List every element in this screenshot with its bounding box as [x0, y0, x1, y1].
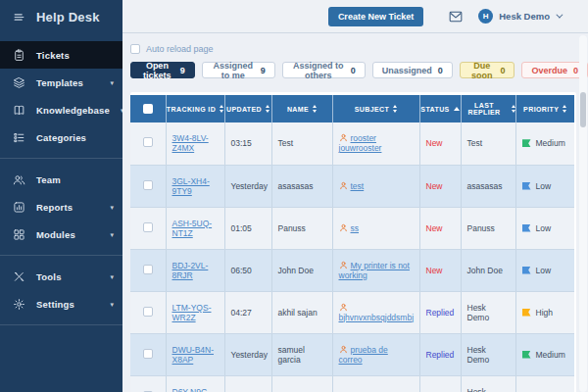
- sidebar-item-label: Templates: [36, 77, 83, 88]
- sidebar-item-categories[interactable]: Categories: [0, 123, 122, 151]
- column-header-status[interactable]: STATUS: [419, 95, 461, 122]
- tracking-id-link[interactable]: BDJ-2VL-8RJR: [172, 261, 209, 280]
- filter-count: 9: [180, 66, 185, 75]
- knowledgebase-icon: [13, 104, 25, 117]
- sidebar-divider: [0, 158, 122, 159]
- sidebar-item-label: Knowledgebase: [36, 105, 110, 116]
- sidebar-item-label: Tickets: [36, 50, 70, 61]
- column-label: TRACKING ID: [167, 106, 216, 113]
- row-checkbox[interactable]: [143, 137, 153, 147]
- updated-cell: Yesterday: [224, 375, 271, 392]
- tracking-id-link[interactable]: LTM-YQS-WR2Z: [172, 303, 212, 322]
- chevron-down-icon: ▾: [110, 301, 114, 308]
- filter-assigned-to-others[interactable]: Assigned to others0: [282, 62, 366, 78]
- chevron-down-icon: ▾: [110, 231, 114, 238]
- table-row: 3GL-XH4-9TY9YesterdayasasasastestNewasas…: [130, 165, 574, 207]
- sidebar-item-settings[interactable]: Settings▾: [0, 290, 122, 318]
- tickets-table-card: TRACKING IDUPDATEDNAMESUBJECTSTATUSLAST …: [130, 92, 576, 392]
- filter-assigned-to-me[interactable]: Assigned to me9: [202, 62, 275, 78]
- row-checkbox[interactable]: [143, 307, 153, 317]
- scrollbar-thumb[interactable]: [580, 92, 586, 127]
- status-badge: Replied: [426, 350, 455, 360]
- sidebar-item-modules[interactable]: Modules▾: [0, 220, 122, 248]
- person-icon: [339, 345, 348, 354]
- tracking-id-link[interactable]: D6Y-N9G-S5L1: [172, 387, 211, 392]
- auto-reload-checkbox[interactable]: [130, 44, 140, 54]
- user-menu[interactable]: H Hesk Demo: [478, 9, 561, 24]
- row-checkbox[interactable]: [143, 265, 153, 274]
- tracking-id-link[interactable]: DWU-B4N-X8AP: [172, 345, 215, 365]
- auto-reload-control: Auto reload page: [130, 43, 588, 54]
- select-all-checkbox[interactable]: [143, 104, 153, 114]
- filter-count: 9: [261, 66, 266, 75]
- column-header-last-replier[interactable]: LAST REPLIER: [461, 95, 515, 122]
- mail-icon[interactable]: [449, 11, 463, 23]
- filter-tabs: Open tickets9Assigned to me9Assigned to …: [130, 62, 588, 78]
- tracking-id-link[interactable]: 3W4-8LV-Z4MX: [172, 133, 209, 153]
- name-cell: samuel garcia: [271, 333, 332, 375]
- avatar: H: [478, 9, 493, 24]
- filter-due-soon[interactable]: Due soon0: [460, 62, 515, 78]
- priority-label: Low: [536, 181, 552, 191]
- sidebar-divider: [0, 324, 122, 325]
- subject-link[interactable]: bjhvnvxnbsqjddsmbj: [339, 313, 415, 322]
- chevron-down-icon: ▾: [110, 273, 114, 280]
- tracking-id-link[interactable]: ASH-5UQ-NT1Z: [172, 219, 213, 238]
- row-checkbox[interactable]: [143, 180, 153, 190]
- sort-both-icon: [393, 105, 397, 113]
- column-label: STATUS: [420, 106, 449, 113]
- updated-cell: 04:27: [224, 291, 271, 333]
- column-header-priority[interactable]: PRIORITY: [515, 95, 574, 122]
- sidebar-item-templates[interactable]: Templates▾: [0, 69, 122, 96]
- sort-both-icon: [563, 105, 566, 113]
- priority-label: Low: [536, 266, 552, 275]
- subject-link[interactable]: ss: [351, 223, 360, 233]
- sidebar-item-label: Modules: [36, 229, 75, 240]
- row-checkbox[interactable]: [143, 349, 153, 359]
- filter-open-tickets[interactable]: Open tickets9: [130, 62, 195, 78]
- hamburger-menu-icon[interactable]: [13, 11, 25, 24]
- subject-link[interactable]: My printer is not working: [339, 261, 410, 280]
- table-row: DWU-B4N-X8APYesterdaysamuel garciaprueba…: [130, 333, 574, 375]
- sidebar-item-knowledgebase[interactable]: Knowledgebase▾: [0, 96, 122, 123]
- column-label: LAST REPLIER: [462, 102, 508, 116]
- chevron-down-icon: ▾: [121, 107, 124, 114]
- sidebar-item-reports[interactable]: Reports▾: [0, 193, 122, 220]
- column-label: UPDATED: [226, 106, 262, 113]
- column-header-updated[interactable]: UPDATED: [224, 95, 271, 122]
- column-label: SUBJECT: [355, 106, 389, 113]
- row-checkbox[interactable]: [143, 222, 153, 232]
- name-cell: Panuss: [271, 207, 332, 249]
- priority-flag-icon: [522, 182, 531, 190]
- main-content: Auto reload page Open tickets9Assigned t…: [122, 33, 588, 392]
- filter-unassigned[interactable]: Unassigned0: [372, 62, 453, 78]
- priority-label: Medium: [536, 350, 565, 360]
- auto-reload-label: Auto reload page: [146, 44, 214, 54]
- table-row: D6Y-N9G-S5L1YesterdayHuubThis is a subje…: [130, 375, 574, 392]
- priority-flag-icon: [522, 351, 531, 359]
- vertical-scrollbar[interactable]: [579, 35, 587, 392]
- subject-link[interactable]: test: [351, 181, 365, 191]
- column-header-name[interactable]: NAME: [271, 95, 332, 122]
- priority-flag-icon: [522, 224, 531, 232]
- column-header-subject[interactable]: SUBJECT: [332, 95, 419, 122]
- filter-overdue[interactable]: Overdue0: [521, 62, 588, 78]
- table-row: ASH-5UQ-NT1Z01:05PanussssNewPanussLow: [130, 207, 574, 249]
- tracking-id-link[interactable]: 3GL-XH4-9TY9: [172, 176, 210, 196]
- name-cell: John Doe: [271, 249, 332, 291]
- sidebar-item-label: Tools: [36, 271, 62, 282]
- table-body: 3W4-8LV-Z4MX03:15Testrooster jouwrooster…: [130, 122, 574, 392]
- sidebar-header: Help Desk: [0, 0, 122, 33]
- create-new-ticket-button[interactable]: Create New Ticket: [328, 7, 423, 26]
- status-badge: New: [426, 223, 443, 233]
- priority-label: Medium: [536, 138, 565, 148]
- person-icon: [339, 133, 348, 142]
- sidebar-item-tickets[interactable]: Tickets: [0, 41, 122, 69]
- updated-cell: Yesterday: [224, 165, 271, 207]
- last-replier-cell: Hesk Demo: [461, 333, 515, 375]
- team-icon: [13, 173, 25, 186]
- sidebar-item-team[interactable]: Team: [0, 166, 122, 193]
- column-label: PRIORITY: [523, 106, 559, 113]
- column-header-tracking-id[interactable]: TRACKING ID: [166, 95, 224, 122]
- sidebar-item-tools[interactable]: Tools▾: [0, 263, 122, 290]
